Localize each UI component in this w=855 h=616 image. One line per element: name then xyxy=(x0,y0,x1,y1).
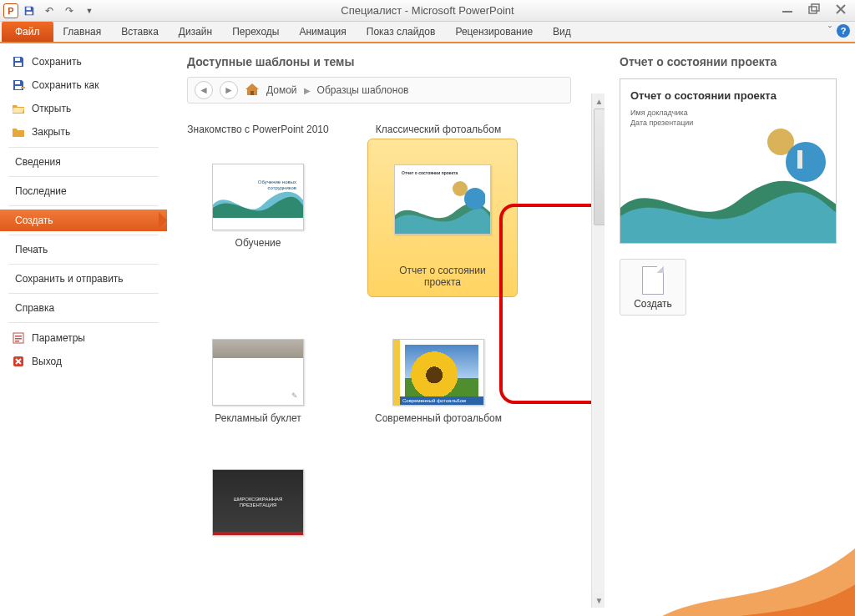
sidebar-item-exit[interactable]: Выход xyxy=(0,350,167,373)
thumb-caption: Современный фотоальбом xyxy=(400,396,483,405)
qat-redo-icon[interactable]: ↷ xyxy=(60,2,78,20)
tile-label: Знакомство с PowerPoint 2010 xyxy=(187,117,328,142)
sidebar-label: Сохранить xyxy=(32,56,82,68)
svg-rect-10 xyxy=(15,336,22,337)
home-icon[interactable] xyxy=(245,83,260,98)
template-thumb: ✎ xyxy=(212,339,304,406)
open-icon xyxy=(12,102,25,115)
template-tile-modern[interactable]: Современный фотоальбом Современный фотоа… xyxy=(367,339,509,424)
ribbon-minimize-icon[interactable]: ˇ xyxy=(828,25,832,37)
preview-title: Отчет о состоянии проекта xyxy=(620,55,840,68)
tab-insert[interactable]: Вставка xyxy=(111,22,169,42)
app-icon[interactable]: P xyxy=(3,3,18,18)
restore-button[interactable] xyxy=(805,2,823,17)
nav-forward-button[interactable]: ► xyxy=(220,81,238,99)
sidebar-separator xyxy=(8,322,159,323)
svg-rect-3 xyxy=(809,7,817,13)
sidebar-item-close[interactable]: Закрыть xyxy=(0,120,167,144)
thumb-text-line: сотрудников xyxy=(268,185,296,190)
qat-dropdown-icon[interactable]: ▼ xyxy=(80,2,99,20)
scroll-thumb[interactable] xyxy=(594,109,605,225)
svg-rect-12 xyxy=(15,341,19,342)
svg-rect-7 xyxy=(15,81,20,84)
sidebar-label: Последние xyxy=(15,185,67,197)
sidebar-item-save-as[interactable]: Сохранить как xyxy=(0,73,167,97)
sidebar-item-open[interactable]: Открыть xyxy=(0,97,167,120)
titlebar: P ↶ ↷ ▼ Специалист - Microsoft PowerPoin… xyxy=(0,0,855,22)
svg-rect-2 xyxy=(782,11,792,13)
qat-undo-icon[interactable]: ↶ xyxy=(40,2,58,20)
tab-animation[interactable]: Анимация xyxy=(289,22,356,42)
preview-slide: Отчет о состоянии проекта Имя докладчика… xyxy=(620,78,837,244)
template-tile-wide[interactable]: ШИРОКОЭКРАННАЯ ПРЕЗЕНТАЦИЯ xyxy=(187,469,329,536)
sidebar-item-help[interactable]: Справка xyxy=(0,297,167,319)
sidebar-label: Открыть xyxy=(32,103,71,114)
template-thumb: ШИРОКОЭКРАННАЯ ПРЕЗЕНТАЦИЯ xyxy=(212,469,304,536)
vertical-scrollbar[interactable]: ▲ ▼ xyxy=(591,93,605,608)
svg-rect-4 xyxy=(812,4,819,11)
sidebar-separator xyxy=(8,264,159,265)
close-button[interactable] xyxy=(832,2,850,17)
tab-view[interactable]: Вид xyxy=(543,22,581,42)
tab-design[interactable]: Дизайн xyxy=(169,22,222,42)
svg-rect-1 xyxy=(27,11,33,14)
sidebar-separator xyxy=(8,205,159,206)
sidebar-separator xyxy=(8,235,159,235)
panel-title: Доступные шаблоны и темы xyxy=(187,55,596,68)
save-as-icon xyxy=(12,78,25,92)
template-tile[interactable]: Знакомство с PowerPoint 2010 xyxy=(187,117,329,147)
breadcrumb-home[interactable]: Домой xyxy=(266,84,297,96)
breadcrumb-bar: ◄ ► Домой ▶ Образцы шаблонов xyxy=(187,77,571,104)
sidebar-item-info[interactable]: Сведения xyxy=(0,151,167,173)
window-controls xyxy=(778,2,850,17)
backstage: Сохранить Сохранить как Открыть Закрыть … xyxy=(0,43,855,616)
minimize-button[interactable] xyxy=(778,2,797,17)
sidebar-label: Выход xyxy=(32,356,62,367)
sidebar-label: Сведения xyxy=(15,156,61,168)
template-tile-training[interactable]: Обучение новых сотрудников Обучение xyxy=(187,164,329,249)
scroll-down-icon[interactable]: ▼ xyxy=(592,593,605,608)
svg-point-16 xyxy=(464,188,485,210)
templates-panel: Доступные шаблоны и темы ◄ ► Домой ▶ Обр… xyxy=(167,43,605,616)
tile-label: Обучение xyxy=(235,237,281,249)
template-tile-flyer[interactable]: ✎ Рекламный буклет xyxy=(187,339,329,424)
tab-transitions[interactable]: Переходы xyxy=(222,22,289,42)
sidebar-item-print[interactable]: Печать xyxy=(0,239,167,260)
svg-rect-6 xyxy=(15,63,22,66)
sidebar-item-save[interactable]: Сохранить xyxy=(0,50,167,73)
nav-back-button[interactable]: ◄ xyxy=(195,81,213,99)
sidebar-label: Создать xyxy=(15,215,53,226)
sidebar: Сохранить Сохранить как Открыть Закрыть … xyxy=(0,43,167,616)
quick-access-toolbar: P ↶ ↷ ▼ xyxy=(0,2,99,20)
sidebar-item-options[interactable]: Параметры xyxy=(0,326,167,350)
breadcrumb-sep-icon: ▶ xyxy=(304,86,311,95)
template-thumb: Обучение новых сотрудников xyxy=(212,164,304,230)
tab-slideshow[interactable]: Показ слайдов xyxy=(357,22,446,42)
svg-rect-19 xyxy=(797,150,802,169)
tile-label: Современный фотоальбом xyxy=(375,412,502,424)
create-button[interactable]: Создать xyxy=(620,259,686,316)
sidebar-item-save-send[interactable]: Сохранить и отправить xyxy=(0,268,167,290)
create-label: Создать xyxy=(634,298,672,310)
help-icon[interactable]: ? xyxy=(837,24,850,38)
svg-point-15 xyxy=(453,181,468,196)
tab-home[interactable]: Главная xyxy=(53,22,112,42)
qat-save-icon[interactable] xyxy=(20,2,38,20)
tab-review[interactable]: Рецензирование xyxy=(445,22,543,42)
window-title: Специалист - Microsoft PowerPoint xyxy=(0,4,855,17)
sidebar-separator xyxy=(8,176,159,177)
template-thumb: Отчет о состоянии проекта xyxy=(394,164,491,235)
thumb-text-line: ПРЕЗЕНТАЦИЯ xyxy=(240,502,277,507)
sidebar-item-recent[interactable]: Последние xyxy=(0,180,167,202)
file-tab[interactable]: Файл xyxy=(2,22,53,42)
sidebar-item-new[interactable]: Создать xyxy=(0,210,167,231)
sidebar-label: Печать xyxy=(15,244,48,255)
svg-rect-11 xyxy=(15,338,22,340)
template-gallery: Знакомство с PowerPoint 2010 Классически… xyxy=(187,117,588,536)
options-icon xyxy=(12,331,25,345)
template-tile-status-selected[interactable]: Отчет о состоянии проекта Отчет о состоя… xyxy=(367,139,518,297)
save-icon xyxy=(12,55,25,68)
exit-icon xyxy=(12,355,25,368)
breadcrumb-category[interactable]: Образцы шаблонов xyxy=(317,84,409,96)
scroll-up-icon[interactable]: ▲ xyxy=(592,93,605,109)
